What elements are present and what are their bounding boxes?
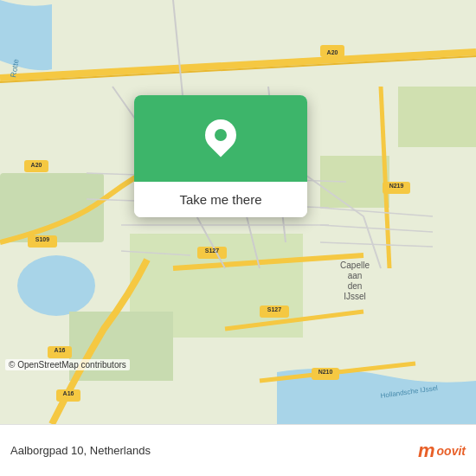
map-container: Capelle aan den IJssel Hollandsche IJsse… [0, 0, 476, 424]
bottom-bar: Aalborgpad 10, Netherlands m oovit [0, 424, 476, 476]
popup-card: Take me there [134, 95, 307, 217]
svg-text:Capelle: Capelle [340, 261, 370, 270]
take-me-there-button[interactable]: Take me there [134, 182, 307, 217]
svg-rect-4 [69, 312, 173, 381]
popup-header [134, 95, 307, 182]
svg-text:aan: aan [348, 271, 363, 280]
svg-text:N219: N219 [389, 183, 404, 189]
svg-text:S127: S127 [205, 248, 219, 254]
svg-rect-6 [398, 87, 476, 147]
moovit-m-letter: m [418, 441, 435, 460]
svg-text:A20: A20 [31, 162, 42, 168]
svg-point-1 [17, 255, 95, 316]
moovit-text: oovit [437, 444, 466, 458]
location-pin-icon [205, 119, 236, 158]
svg-text:A20: A20 [327, 49, 338, 55]
moovit-logo: m oovit [418, 441, 466, 460]
address-label: Aalborgpad 10, Netherlands [10, 444, 151, 457]
svg-text:S109: S109 [35, 236, 49, 242]
map-attribution: © OpenStreetMap contributors [5, 359, 130, 370]
svg-text:S127: S127 [267, 306, 281, 312]
svg-text:den: den [348, 281, 363, 291]
svg-text:A16: A16 [55, 347, 66, 353]
svg-text:A16: A16 [63, 390, 74, 396]
svg-text:N210: N210 [318, 369, 333, 375]
svg-text:IJssel: IJssel [344, 292, 366, 301]
